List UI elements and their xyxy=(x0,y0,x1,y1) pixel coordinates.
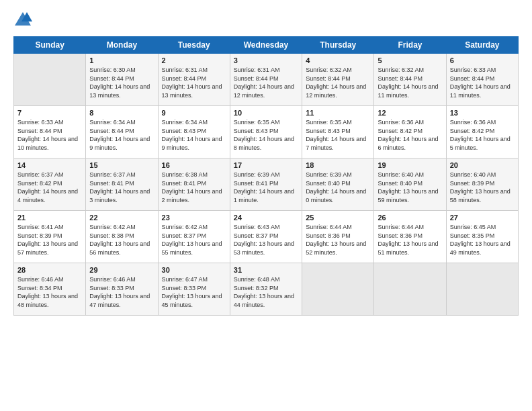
cell-content: Sunrise: 6:45 AM Sunset: 8:35 PM Dayligh… xyxy=(450,223,515,257)
calendar-cell: 15 Sunrise: 6:37 AM Sunset: 8:41 PM Dayl… xyxy=(86,158,158,211)
calendar-table: SundayMondayTuesdayWednesdayThursdayFrid… xyxy=(13,36,519,316)
calendar-cell: 29 Sunrise: 6:46 AM Sunset: 8:33 PM Dayl… xyxy=(86,263,158,316)
calendar-cell: 2 Sunrise: 6:31 AM Sunset: 8:44 PM Dayli… xyxy=(158,54,230,106)
cell-content: Sunrise: 6:44 AM Sunset: 8:36 PM Dayligh… xyxy=(306,223,370,257)
day-number: 20 xyxy=(450,161,515,169)
day-number: 22 xyxy=(89,214,154,222)
cell-content: Sunrise: 6:40 AM Sunset: 8:40 PM Dayligh… xyxy=(378,171,442,204)
day-number: 6 xyxy=(450,56,515,64)
day-number: 9 xyxy=(162,109,226,117)
day-number: 24 xyxy=(234,214,298,222)
day-number: 19 xyxy=(378,161,442,169)
day-number: 27 xyxy=(450,214,515,222)
calendar-cell: 22 Sunrise: 6:42 AM Sunset: 8:38 PM Dayl… xyxy=(86,211,158,263)
day-number: 31 xyxy=(234,266,298,274)
cell-content: Sunrise: 6:43 AM Sunset: 8:37 PM Dayligh… xyxy=(234,223,298,257)
cell-content: Sunrise: 6:38 AM Sunset: 8:41 PM Dayligh… xyxy=(162,171,226,204)
day-number: 12 xyxy=(378,109,442,117)
cell-content: Sunrise: 6:37 AM Sunset: 8:41 PM Dayligh… xyxy=(89,171,154,204)
cell-content: Sunrise: 6:46 AM Sunset: 8:33 PM Dayligh… xyxy=(89,275,154,309)
day-number: 14 xyxy=(17,161,82,169)
cell-content: Sunrise: 6:37 AM Sunset: 8:42 PM Dayligh… xyxy=(17,171,82,204)
day-number: 26 xyxy=(378,214,442,222)
cell-content: Sunrise: 6:36 AM Sunset: 8:42 PM Dayligh… xyxy=(378,118,442,152)
cell-content: Sunrise: 6:31 AM Sunset: 8:44 PM Dayligh… xyxy=(234,66,298,99)
calendar-cell xyxy=(302,263,374,316)
calendar-cell: 11 Sunrise: 6:35 AM Sunset: 8:43 PM Dayl… xyxy=(302,106,374,158)
cell-content: Sunrise: 6:33 AM Sunset: 8:44 PM Dayligh… xyxy=(17,118,82,152)
day-header-monday: Monday xyxy=(86,37,158,54)
calendar-week-row: 28 Sunrise: 6:46 AM Sunset: 8:34 PM Dayl… xyxy=(14,263,519,316)
day-number: 18 xyxy=(306,161,370,169)
calendar-cell: 23 Sunrise: 6:42 AM Sunset: 8:37 PM Dayl… xyxy=(158,211,230,263)
cell-content: Sunrise: 6:39 AM Sunset: 8:40 PM Dayligh… xyxy=(306,171,370,204)
calendar-cell xyxy=(374,263,446,316)
calendar-cell xyxy=(446,263,518,316)
cell-content: Sunrise: 6:30 AM Sunset: 8:44 PM Dayligh… xyxy=(89,66,154,99)
cell-content: Sunrise: 6:48 AM Sunset: 8:32 PM Dayligh… xyxy=(234,275,298,309)
calendar-cell: 7 Sunrise: 6:33 AM Sunset: 8:44 PM Dayli… xyxy=(14,106,86,158)
calendar-cell: 26 Sunrise: 6:44 AM Sunset: 8:36 PM Dayl… xyxy=(374,211,446,263)
calendar-cell: 4 Sunrise: 6:32 AM Sunset: 8:44 PM Dayli… xyxy=(302,54,374,106)
cell-content: Sunrise: 6:32 AM Sunset: 8:44 PM Dayligh… xyxy=(306,66,370,99)
calendar-header-row: SundayMondayTuesdayWednesdayThursdayFrid… xyxy=(14,37,519,54)
day-number: 5 xyxy=(378,56,442,64)
cell-content: Sunrise: 6:34 AM Sunset: 8:43 PM Dayligh… xyxy=(162,118,226,152)
cell-content: Sunrise: 6:41 AM Sunset: 8:39 PM Dayligh… xyxy=(17,223,82,257)
cell-content: Sunrise: 6:34 AM Sunset: 8:44 PM Dayligh… xyxy=(89,118,154,152)
day-number: 13 xyxy=(450,109,515,117)
day-number: 1 xyxy=(89,56,154,64)
cell-content: Sunrise: 6:42 AM Sunset: 8:37 PM Dayligh… xyxy=(162,223,226,257)
day-number: 30 xyxy=(162,266,226,274)
calendar-week-row: 7 Sunrise: 6:33 AM Sunset: 8:44 PM Dayli… xyxy=(14,106,519,158)
cell-content: Sunrise: 6:31 AM Sunset: 8:44 PM Dayligh… xyxy=(162,66,226,99)
cell-content: Sunrise: 6:35 AM Sunset: 8:43 PM Dayligh… xyxy=(306,118,370,152)
day-number: 28 xyxy=(17,266,82,274)
day-number: 17 xyxy=(234,161,298,169)
calendar-page: SundayMondayTuesdayWednesdayThursdayFrid… xyxy=(0,0,532,322)
calendar-body: 1 Sunrise: 6:30 AM Sunset: 8:44 PM Dayli… xyxy=(14,54,519,316)
day-number: 29 xyxy=(89,266,154,274)
day-number: 16 xyxy=(162,161,226,169)
day-number: 11 xyxy=(306,109,370,117)
calendar-cell: 25 Sunrise: 6:44 AM Sunset: 8:36 PM Dayl… xyxy=(302,211,374,263)
day-header-sunday: Sunday xyxy=(14,37,86,54)
cell-content: Sunrise: 6:46 AM Sunset: 8:34 PM Dayligh… xyxy=(17,275,82,309)
calendar-cell: 13 Sunrise: 6:36 AM Sunset: 8:42 PM Dayl… xyxy=(446,106,518,158)
day-header-wednesday: Wednesday xyxy=(230,37,302,54)
calendar-cell: 28 Sunrise: 6:46 AM Sunset: 8:34 PM Dayl… xyxy=(14,263,86,316)
calendar-cell: 21 Sunrise: 6:41 AM Sunset: 8:39 PM Dayl… xyxy=(14,211,86,263)
calendar-cell: 14 Sunrise: 6:37 AM Sunset: 8:42 PM Dayl… xyxy=(14,158,86,211)
day-number: 10 xyxy=(234,109,298,117)
day-header-friday: Friday xyxy=(374,37,446,54)
calendar-cell: 17 Sunrise: 6:39 AM Sunset: 8:41 PM Dayl… xyxy=(230,158,302,211)
calendar-cell: 6 Sunrise: 6:33 AM Sunset: 8:44 PM Dayli… xyxy=(446,54,518,106)
day-number: 21 xyxy=(17,214,82,222)
day-header-saturday: Saturday xyxy=(446,37,518,54)
calendar-cell: 16 Sunrise: 6:38 AM Sunset: 8:41 PM Dayl… xyxy=(158,158,230,211)
day-number: 15 xyxy=(89,161,154,169)
cell-content: Sunrise: 6:35 AM Sunset: 8:43 PM Dayligh… xyxy=(234,118,298,152)
calendar-week-row: 14 Sunrise: 6:37 AM Sunset: 8:42 PM Dayl… xyxy=(14,158,519,211)
calendar-cell: 9 Sunrise: 6:34 AM Sunset: 8:43 PM Dayli… xyxy=(158,106,230,158)
calendar-cell: 31 Sunrise: 6:48 AM Sunset: 8:32 PM Dayl… xyxy=(230,263,302,316)
day-header-thursday: Thursday xyxy=(302,37,374,54)
cell-content: Sunrise: 6:42 AM Sunset: 8:38 PM Dayligh… xyxy=(89,223,154,257)
day-number: 3 xyxy=(234,56,298,64)
calendar-cell: 12 Sunrise: 6:36 AM Sunset: 8:42 PM Dayl… xyxy=(374,106,446,158)
day-header-tuesday: Tuesday xyxy=(158,37,230,54)
day-number: 8 xyxy=(89,109,154,117)
calendar-cell: 3 Sunrise: 6:31 AM Sunset: 8:44 PM Dayli… xyxy=(230,54,302,106)
calendar-cell: 5 Sunrise: 6:32 AM Sunset: 8:44 PM Dayli… xyxy=(374,54,446,106)
calendar-cell: 20 Sunrise: 6:40 AM Sunset: 8:39 PM Dayl… xyxy=(446,158,518,211)
cell-content: Sunrise: 6:39 AM Sunset: 8:41 PM Dayligh… xyxy=(234,171,298,204)
day-number: 23 xyxy=(162,214,226,222)
day-number: 2 xyxy=(162,56,226,64)
calendar-cell: 1 Sunrise: 6:30 AM Sunset: 8:44 PM Dayli… xyxy=(86,54,158,106)
calendar-cell: 19 Sunrise: 6:40 AM Sunset: 8:40 PM Dayl… xyxy=(374,158,446,211)
day-number: 4 xyxy=(306,56,370,64)
logo xyxy=(13,11,35,30)
calendar-cell: 24 Sunrise: 6:43 AM Sunset: 8:37 PM Dayl… xyxy=(230,211,302,263)
cell-content: Sunrise: 6:33 AM Sunset: 8:44 PM Dayligh… xyxy=(450,66,515,99)
day-number: 7 xyxy=(17,109,82,117)
